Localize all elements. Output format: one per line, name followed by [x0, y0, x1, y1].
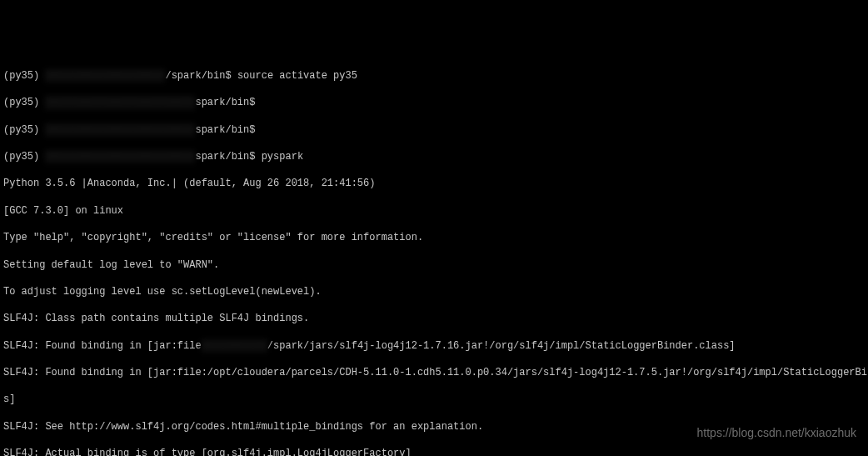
- output-line: To adjust logging level use sc.setLogLev…: [3, 285, 865, 298]
- env-prefix: (py35): [3, 124, 39, 136]
- redacted-host: XXXXXXXXXXXXXXXXXXXXXXXXX: [45, 123, 195, 137]
- path-text: spark/bin$: [195, 124, 255, 136]
- path-text: /spark/bin$: [165, 70, 231, 82]
- redacted-host: XXXXXXXXXXXXXXXXXXXX: [45, 69, 165, 83]
- env-prefix: (py35): [3, 70, 39, 82]
- watermark-text: https://blog.csdn.net/kxiaozhuk: [697, 425, 856, 441]
- output-line: SLF4J: Found binding in [jar:file:/opt/c…: [3, 366, 865, 379]
- redacted-host: XXXXXXXXXXXXXXXXXXXXXXXXX: [45, 150, 195, 163]
- output-text: /spark/jars/slf4j-log4j12-1.7.16.jar!/or…: [267, 340, 736, 352]
- prompt-line: (py35) XXXXXXXXXXXXXXXXXXXXXXXXXspark/bi…: [3, 123, 865, 137]
- output-line: s]: [3, 393, 865, 406]
- output-line: Setting default log level to "WARN".: [3, 258, 865, 272]
- output-text: SLF4J: Found binding in [jar:file: [3, 340, 202, 352]
- terminal-output[interactable]: (py35) XXXXXXXXXXXXXXXXXXXX/spark/bin$ s…: [3, 56, 865, 456]
- output-line: [GCC 7.3.0] on linux: [3, 204, 865, 218]
- prompt-line: (py35) XXXXXXXXXXXXXXXXXXXX/spark/bin$ s…: [3, 69, 865, 83]
- output-line: Type "help", "copyright", "credits" or "…: [3, 231, 865, 244]
- output-line: Python 3.5.6 |Anaconda, Inc.| (default, …: [3, 177, 865, 190]
- output-line: SLF4J: Class path contains multiple SLF4…: [3, 312, 865, 325]
- path-text: spark/bin$: [195, 151, 255, 163]
- command-text: source activate py35: [237, 70, 357, 82]
- prompt-line: (py35) XXXXXXXXXXXXXXXXXXXXXXXXXspark/bi…: [3, 96, 865, 109]
- output-line: SLF4J: Actual binding is of type [org.sl…: [3, 447, 865, 456]
- redacted-host: XXXXXXXXXXXXXXXXXXXXXXXXX: [45, 96, 195, 109]
- command-text: pyspark: [262, 151, 303, 163]
- prompt-line: (py35) XXXXXXXXXXXXXXXXXXXXXXXXXspark/bi…: [3, 150, 865, 163]
- redacted-path: XXXXXXXXXXX: [202, 339, 267, 353]
- env-prefix: (py35): [3, 151, 39, 163]
- path-text: spark/bin$: [195, 97, 255, 108]
- env-prefix: (py35): [3, 97, 39, 108]
- output-line: SLF4J: Found binding in [jar:fileXXXXXXX…: [3, 339, 865, 353]
